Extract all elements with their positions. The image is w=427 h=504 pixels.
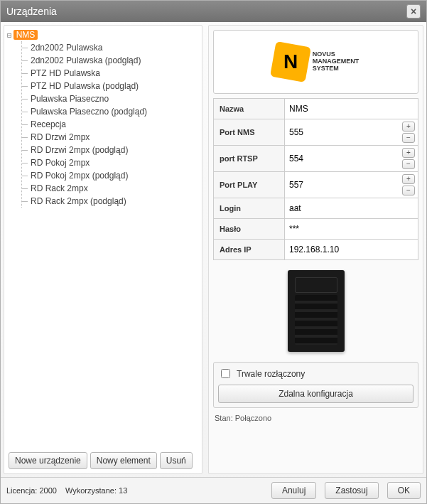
tree-item[interactable]: 2dn2002 Pulawska [31, 41, 199, 54]
password-input[interactable] [288, 221, 415, 237]
device-details-panel: N NOVUS MANAGEMENT SYSTEM Nazwa Port NMS [208, 25, 423, 474]
tree-item[interactable]: PTZ HD Pulawska (podgląd) [31, 80, 199, 92]
tree-root-label: NMS [13, 30, 38, 40]
label-password: Hasło [214, 219, 285, 240]
login-input[interactable] [288, 200, 415, 216]
tree-item[interactable]: RD Rack 2mpx (podgląd) [31, 195, 199, 208]
tree-item[interactable]: RD Drzwi 2mpx (podgląd) [31, 144, 199, 156]
port-rtsp-up-icon[interactable]: + [402, 148, 415, 158]
window-title: Urządzenia [6, 6, 406, 17]
port-play-input[interactable] [288, 177, 399, 193]
status-value: Połączono [235, 414, 271, 422]
port-nms-input[interactable] [288, 124, 399, 140]
label-address: Adres IP [214, 240, 285, 260]
new-device-button[interactable]: Nowe urządzenie [9, 452, 87, 469]
device-form: Nazwa Port NMS + − [213, 98, 418, 260]
tree-item[interactable]: 2dn2002 Pulawska (podgląd) [31, 54, 199, 67]
address-input[interactable] [288, 242, 415, 257]
bottom-section: Trwale rozłączony Zdalna konfiguracja [213, 362, 418, 408]
device-tree-panel: ⊟ NMS 2dn2002 Pulawska2dn2002 Pulawska (… [4, 25, 202, 474]
apply-button[interactable]: Zastosuj [325, 482, 378, 499]
status-row: Stan: Połączono [213, 412, 418, 422]
logo-text: NOVUS MANAGEMENT SYSTEM [313, 51, 360, 73]
delete-button[interactable]: Usuń [160, 452, 193, 469]
tree-item[interactable]: PTZ HD Pulawska [31, 67, 199, 80]
close-icon[interactable]: × [406, 4, 421, 18]
remote-config-button[interactable]: Zdalna konfiguracja [218, 385, 414, 403]
ok-button[interactable]: OK [387, 482, 421, 499]
tree-item[interactable]: Pulawska Piaseczno (podgląd) [31, 105, 199, 118]
port-rtsp-down-icon[interactable]: − [402, 159, 415, 169]
tree-item[interactable]: Pulawska Piaseczno [31, 92, 199, 105]
collapse-icon[interactable]: ⊟ [7, 31, 12, 40]
titlebar: Urządzenia × [1, 1, 426, 22]
label-port-rtsp: port RTSP [214, 146, 285, 172]
port-nms-down-icon[interactable]: − [402, 133, 415, 143]
port-play-down-icon[interactable]: − [402, 186, 415, 195]
footer: Licencja: 2000 Wykorzystane: 13 Anuluj Z… [1, 477, 426, 503]
name-input[interactable] [288, 101, 415, 117]
device-image-box [213, 264, 418, 358]
novus-logo-icon: N [270, 41, 311, 82]
disconnected-label: Trwale rozłączony [237, 369, 305, 379]
new-element-button[interactable]: Nowy element [90, 452, 157, 469]
status-label: Stan: [215, 414, 233, 422]
disconnected-checkbox[interactable] [221, 369, 230, 378]
tree-item[interactable]: RD Pokoj 2mpx [31, 156, 199, 169]
server-icon [288, 270, 345, 352]
port-rtsp-input[interactable] [288, 151, 399, 166]
tree-item[interactable]: Recepcja [31, 118, 199, 131]
label-login: Login [214, 198, 285, 219]
device-tree[interactable]: ⊟ NMS 2dn2002 Pulawska2dn2002 Pulawska (… [4, 26, 202, 448]
tree-item[interactable]: RD Rack 2mpx [31, 182, 199, 195]
port-play-up-icon[interactable]: + [402, 174, 415, 184]
tree-item[interactable]: RD Drzwi 2mpx [31, 131, 199, 144]
devices-window: Urządzenia × ⊟ NMS 2dn2002 Pulawska2dn20… [0, 0, 427, 504]
used-text: Wykorzystane: 13 [65, 486, 127, 495]
tree-root[interactable]: ⊟ NMS [7, 30, 199, 40]
tree-item[interactable]: RD Pokoj 2mpx (podgląd) [31, 169, 199, 182]
disconnected-row[interactable]: Trwale rozłączony [218, 367, 414, 380]
logo-box: N NOVUS MANAGEMENT SYSTEM [213, 30, 418, 94]
label-name: Nazwa [214, 99, 285, 119]
label-port-play: Port PLAY [214, 172, 285, 198]
cancel-button[interactable]: Anuluj [271, 482, 316, 499]
license-text: Licencja: 2000 [6, 486, 57, 495]
label-port-nms: Port NMS [214, 119, 285, 146]
port-nms-up-icon[interactable]: + [402, 122, 415, 132]
